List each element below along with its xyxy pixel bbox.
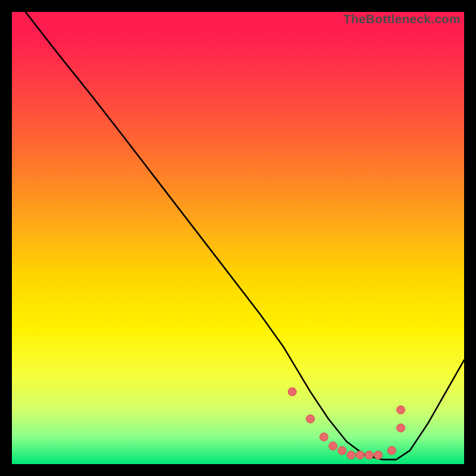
highlight-dot bbox=[347, 451, 355, 459]
highlight-dot bbox=[288, 387, 296, 396]
highlight-dot bbox=[329, 442, 337, 450]
curve-svg bbox=[12, 12, 464, 464]
highlight-dot bbox=[306, 415, 315, 423]
highlight-dot bbox=[387, 446, 396, 455]
highlight-dot bbox=[320, 433, 328, 441]
bottleneck-curve bbox=[26, 12, 464, 459]
highlight-dot bbox=[356, 451, 364, 459]
highlight-dot bbox=[397, 406, 405, 414]
highlight-dot bbox=[338, 446, 346, 455]
highlight-dot bbox=[374, 451, 383, 459]
highlight-dots-group bbox=[288, 387, 405, 459]
highlight-dot bbox=[397, 424, 405, 432]
chart-frame: TheBottleneck.com bbox=[0, 0, 476, 476]
highlight-dot bbox=[365, 451, 373, 459]
plot-area: TheBottleneck.com bbox=[12, 12, 464, 464]
